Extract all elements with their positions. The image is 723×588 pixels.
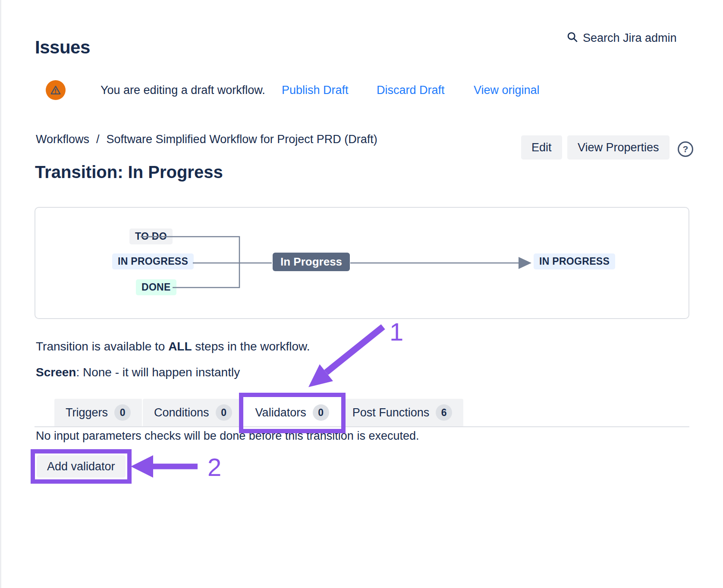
screen-text: Screen: None - it will happen instantly <box>36 366 240 379</box>
workflow-diagram-panel: TO DO IN PROGRESS DONE In Progress IN PR… <box>35 207 689 319</box>
tab-validators[interactable]: Validators 0 <box>244 399 341 426</box>
tab-count-badge: 0 <box>216 404 232 421</box>
availability-prefix: Transition is available to <box>36 340 168 353</box>
tab-conditions[interactable]: Conditions 0 <box>143 399 244 426</box>
search-icon <box>566 31 578 45</box>
page-title: Issues <box>35 37 90 58</box>
validators-empty-message: No input parameters checks will be done … <box>36 429 419 443</box>
tab-strip: Triggers 0 Conditions 0 Validators 0 Pos… <box>35 399 689 427</box>
help-icon[interactable]: ? <box>678 141 693 157</box>
add-validator-label: Add validator <box>47 460 115 473</box>
status-todo: TO DO <box>129 228 173 244</box>
availability-suffix: steps in the workflow. <box>192 340 310 353</box>
annotation-arrow-2 <box>131 455 198 478</box>
discard-draft-link[interactable]: Discard Draft <box>377 84 445 97</box>
warning-icon <box>46 80 66 100</box>
annotation-step-2: 2 <box>207 453 221 482</box>
page: Issues Search Jira admin You are editing… <box>0 0 723 588</box>
status-in-progress-source: IN PROGRESS <box>112 253 194 269</box>
tab-label: Post Functions <box>352 406 430 419</box>
publish-draft-link[interactable]: Publish Draft <box>282 84 349 97</box>
tab-post-functions[interactable]: Post Functions 6 <box>341 399 464 426</box>
search-label: Search Jira admin <box>583 31 677 45</box>
breadcrumb-separator: / <box>96 133 100 146</box>
tab-label: Validators <box>255 406 306 419</box>
status-done: DONE <box>136 279 176 295</box>
tab-label: Triggers <box>66 406 108 419</box>
breadcrumb-workflows[interactable]: Workflows <box>36 133 89 146</box>
availability-text: Transition is available to ALL steps in … <box>36 340 310 353</box>
breadcrumb-current: Software Simplified Workflow for Project… <box>107 133 377 146</box>
tab-count-badge: 0 <box>313 404 329 421</box>
view-original-link[interactable]: View original <box>474 84 540 97</box>
tab-count-badge: 0 <box>114 404 131 421</box>
annotation-step-1: 1 <box>390 317 403 346</box>
screen-value: : None - it will happen instantly <box>76 366 240 379</box>
availability-bold: ALL <box>168 340 192 353</box>
view-properties-button[interactable]: View Properties <box>567 135 670 160</box>
breadcrumb: Workflows / Software Simplified Workflow… <box>36 133 377 146</box>
add-validator-button[interactable]: Add validator <box>37 455 126 478</box>
screen-label: Screen <box>36 366 76 379</box>
draft-banner-message: You are editing a draft workflow. <box>101 84 265 97</box>
transition-title: Transition: In Progress <box>35 163 223 182</box>
edit-button[interactable]: Edit <box>521 135 562 160</box>
admin-search[interactable]: Search Jira admin <box>566 31 677 45</box>
transition-lozenge: In Progress <box>273 253 350 271</box>
arrowhead-icon <box>519 257 531 269</box>
add-validator-wrap: Add validator <box>37 455 126 478</box>
tab-count-badge: 6 <box>436 404 452 421</box>
annotation-arrow-1 <box>308 327 383 387</box>
tab-triggers[interactable]: Triggers 0 <box>54 399 143 426</box>
tab-label: Conditions <box>154 406 209 419</box>
status-in-progress-target: IN PROGRESS <box>534 253 615 269</box>
